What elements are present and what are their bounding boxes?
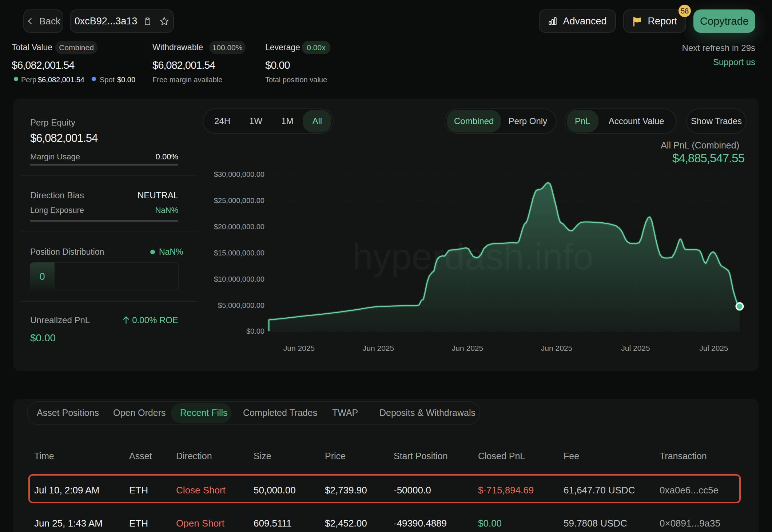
svg-text:Jun 2025: Jun 2025 — [283, 344, 315, 352]
svg-text:Jul 2025: Jul 2025 — [621, 344, 650, 352]
svg-text:Jul 2025: Jul 2025 — [699, 344, 728, 352]
svg-text:$5,000,000.00: $5,000,000.00 — [218, 301, 264, 309]
svg-text:$20,000,000.00: $20,000,000.00 — [214, 223, 264, 231]
svg-text:Jun 2025: Jun 2025 — [452, 344, 483, 352]
svg-text:$15,000,000.00: $15,000,000.00 — [214, 249, 264, 257]
svg-text:Jun 2025: Jun 2025 — [541, 344, 572, 352]
svg-text:$30,000,000.00: $30,000,000.00 — [214, 170, 264, 178]
svg-text:$0.00: $0.00 — [246, 327, 264, 335]
svg-text:$10,000,000.00: $10,000,000.00 — [214, 275, 264, 283]
svg-text:$25,000,000.00: $25,000,000.00 — [214, 196, 264, 205]
svg-text:Jun 2025: Jun 2025 — [363, 344, 394, 352]
